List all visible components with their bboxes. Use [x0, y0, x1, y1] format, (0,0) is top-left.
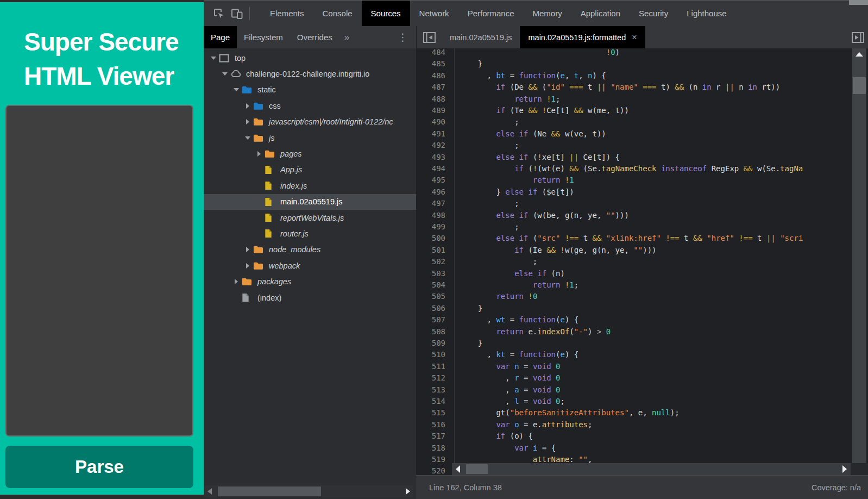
code-line-495[interactable]: return !1	[460, 174, 574, 186]
line-number[interactable]: 503	[416, 268, 445, 280]
parse-button[interactable]: Parse	[5, 446, 193, 488]
code-line-499[interactable]: ;	[460, 221, 519, 233]
code-line-498[interactable]: else if (w(be, g(n, ye, "")))	[460, 210, 629, 222]
line-number[interactable]: 490	[416, 116, 445, 128]
line-number[interactable]: 497	[416, 198, 445, 210]
tab-network[interactable]: Network	[410, 1, 458, 26]
tab-security[interactable]: Security	[630, 1, 677, 26]
code-line-488[interactable]: return !1;	[460, 93, 560, 105]
code-line-490[interactable]: ;	[460, 116, 519, 128]
line-number[interactable]: 498	[416, 210, 445, 222]
tab-memory[interactable]: Memory	[524, 1, 571, 26]
tree-item-index-js[interactable]: index.js	[204, 178, 416, 194]
scroll-left-arrow-icon[interactable]	[456, 465, 460, 473]
navigator-menu-icon[interactable]: ⋮	[389, 26, 416, 48]
code-line-515[interactable]: gt("beforeSanitizeAttributes", e, null);	[460, 407, 680, 419]
navigator-tab-overrides[interactable]: Overrides	[290, 26, 339, 48]
code-editor[interactable]: 4844854864874884894904914924934944954964…	[416, 48, 868, 475]
line-number[interactable]: 493	[416, 152, 445, 164]
line-number[interactable]: 507	[416, 314, 445, 326]
code-line-510[interactable]: , kt = function(e) {	[460, 349, 578, 361]
line-number[interactable]: 519	[416, 454, 445, 466]
chevron-right-icon[interactable]	[243, 263, 252, 269]
code-line-513[interactable]: , a = void 0	[460, 384, 560, 396]
hide-navigator-icon[interactable]	[417, 26, 442, 48]
tab-sources[interactable]: Sources	[362, 1, 410, 26]
code-line-489[interactable]: if (Te && !Ce[t] && w(me, t))	[460, 105, 629, 117]
tree-item-index[interactable]: (index)	[204, 290, 416, 305]
line-number[interactable]: 492	[416, 140, 445, 152]
tab-performance[interactable]: Performance	[458, 1, 524, 26]
line-number[interactable]: 520	[416, 465, 445, 475]
code-line-516[interactable]: var o = e.attributes;	[460, 419, 593, 431]
tree-item-packages[interactable]: packages	[204, 274, 416, 290]
tree-item-router-js[interactable]: router.js	[204, 226, 416, 241]
line-number[interactable]: 512	[416, 372, 445, 384]
code-line-502[interactable]: ;	[460, 256, 537, 268]
code-line-496[interactable]: } else if ($e[t])	[460, 186, 574, 198]
code-line-506[interactable]: }	[460, 303, 482, 315]
code-line-497[interactable]: ;	[460, 198, 519, 210]
line-number[interactable]: 508	[416, 326, 445, 338]
scroll-up-arrow-icon[interactable]	[856, 52, 863, 57]
code-line-500[interactable]: else if ("src" !== t && "xlink:href" !==…	[460, 233, 803, 245]
code-line-514[interactable]: , l = void 0;	[460, 396, 565, 408]
chevron-right-icon[interactable]	[243, 103, 252, 109]
code-line-491[interactable]: else if (Ne && w(ve, t))	[460, 128, 606, 140]
line-number[interactable]: 487	[416, 82, 445, 93]
line-number[interactable]: 505	[416, 291, 445, 303]
chevron-right-icon[interactable]	[243, 119, 252, 124]
scroll-right-arrow-icon[interactable]	[406, 488, 410, 495]
file-tab-main-02a05519-js[interactable]: main.02a05519.js	[442, 26, 520, 48]
line-number[interactable]: 506	[416, 303, 445, 315]
scrollbar-thumb[interactable]	[218, 486, 321, 496]
device-toolbar-icon[interactable]	[228, 5, 246, 22]
code-line-492[interactable]: ;	[460, 140, 519, 152]
editor-horizontal-scrollbar[interactable]	[452, 463, 851, 475]
scrollbar-thumb[interactable]	[853, 77, 866, 94]
code-line-517[interactable]: if (o) {	[460, 431, 533, 442]
code-line-511[interactable]: var n = void 0	[460, 361, 561, 373]
code-line-494[interactable]: if (!(wt(e) && (Se.tagNameCheck instance…	[460, 163, 803, 175]
chevron-right-icon[interactable]	[243, 247, 252, 252]
tree-item-reportwebvitals-js[interactable]: reportWebVitals.js	[204, 210, 416, 226]
scroll-right-arrow-icon[interactable]	[842, 465, 847, 473]
code-line-512[interactable]: , r = void 0	[460, 372, 560, 384]
scroll-left-arrow-icon[interactable]	[207, 488, 212, 495]
tree-item-javascript-esm-root-intigriti-0122-nc[interactable]: javascript/esm|/root/Intigriti-0122/nc	[204, 114, 416, 130]
navigator-horizontal-scrollbar[interactable]	[205, 485, 413, 497]
code-line-509[interactable]: }	[460, 338, 482, 350]
line-number[interactable]: 518	[416, 442, 445, 454]
tab-application[interactable]: Application	[571, 1, 630, 26]
code-line-508[interactable]: return e.indexOf("-") > 0	[460, 326, 611, 338]
code-line-505[interactable]: return !0	[460, 291, 537, 303]
line-number[interactable]: 504	[416, 279, 445, 291]
code-line-486[interactable]: , bt = function(e, t, n) {	[460, 70, 606, 82]
tree-item-main-02a05519-js[interactable]: main.02a05519.js	[204, 194, 416, 210]
line-number[interactable]: 500	[416, 233, 445, 245]
tree-item-challenge-0122-challenge-intigriti-io[interactable]: challenge-0122-challenge.intigriti.io	[204, 66, 416, 82]
line-number[interactable]: 515	[416, 407, 445, 419]
code-line-484[interactable]: !0)	[460, 48, 620, 59]
line-number[interactable]: 517	[416, 431, 445, 442]
code-line-507[interactable]: , wt = function(e) {	[460, 314, 578, 326]
code-line-493[interactable]: else if (!xe[t] || Ce[t]) {	[460, 152, 620, 164]
chevron-right-icon[interactable]	[255, 151, 263, 157]
navigator-tab-filesystem[interactable]: Filesystem	[237, 26, 290, 48]
line-number[interactable]: 513	[416, 384, 445, 396]
tree-item-top[interactable]: top	[204, 50, 416, 66]
chevron-right-icon[interactable]	[232, 279, 241, 284]
show-debugger-sidebar-icon[interactable]	[851, 26, 865, 48]
tree-item-app-js[interactable]: App.js	[204, 162, 416, 178]
navigator-tab-page[interactable]: Page	[204, 26, 237, 48]
code-line-487[interactable]: if (De && ("id" === t || "name" === t) &…	[460, 82, 780, 93]
line-number[interactable]: 502	[416, 256, 445, 268]
tree-item-pages[interactable]: pages	[204, 146, 416, 161]
line-number[interactable]: 489	[416, 105, 445, 117]
more-tabs-chevron-icon[interactable]: »	[339, 26, 354, 48]
line-number[interactable]: 514	[416, 396, 445, 408]
line-number[interactable]: 494	[416, 163, 445, 175]
html-input-textarea[interactable]	[5, 105, 193, 436]
chevron-down-icon[interactable]	[243, 136, 252, 140]
close-icon[interactable]: ×	[632, 33, 637, 42]
